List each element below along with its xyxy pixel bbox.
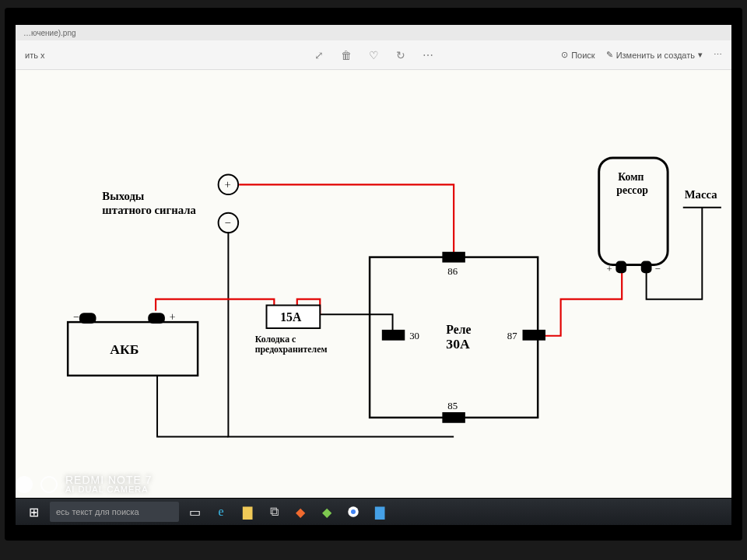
- edge-icon[interactable]: e: [210, 502, 232, 522]
- watermark-line2: AI DUAL CAMERA: [65, 485, 153, 494]
- signal-label-1: Выходы: [102, 190, 144, 202]
- delete-icon[interactable]: 🗑: [341, 49, 352, 61]
- search-button[interactable]: ⊙ Поиск: [561, 50, 594, 60]
- relay-label-1: Реле: [446, 323, 471, 336]
- chrome-icon[interactable]: [342, 502, 364, 522]
- svg-rect-4: [442, 252, 465, 263]
- viewer-toolbar: ить x ⤢ 🗑 ♡ ↻ ⋯ ⊙ Поиск ✎ Изменить и соз…: [16, 40, 731, 70]
- svg-rect-8: [615, 261, 626, 274]
- relay-label-2: 30А: [446, 336, 470, 352]
- explorer-icon[interactable]: ▇: [237, 502, 258, 522]
- pin30-label: 30: [409, 331, 419, 341]
- svg-rect-6: [382, 330, 405, 341]
- window-tabbar: …ючение).png: [16, 25, 731, 40]
- windows-taskbar: ⊞ есь текст для поиска ▭ e ▇ ⧉ ◆ ◆ ▇: [16, 499, 731, 525]
- svg-rect-1: [148, 313, 165, 324]
- store-icon[interactable]: ⧉: [263, 502, 285, 522]
- watermark-line1: REDMI NOTE 7: [65, 474, 153, 485]
- watermark-dot-icon: [16, 476, 33, 493]
- fuse-amp: 15А: [280, 310, 302, 324]
- app-icon-3[interactable]: ▇: [369, 502, 391, 522]
- pin85-label: 85: [447, 401, 458, 411]
- taskbar-search[interactable]: есь текст для поиска: [50, 502, 179, 522]
- more-icon[interactable]: ⋯: [423, 49, 433, 61]
- start-button[interactable]: ⊞: [22, 502, 45, 522]
- edit-button[interactable]: ✎ Изменить и создать ▾: [606, 50, 703, 60]
- app-icon-2[interactable]: ◆: [316, 502, 338, 522]
- signal-plus-icon: +: [224, 178, 230, 191]
- wiring-diagram: − + АКБ + − Выходы штатного сигнала 15А …: [16, 70, 731, 498]
- diagram-canvas: − + АКБ + − Выходы штатного сигнала 15А …: [16, 70, 731, 498]
- fuse-cap-2: предохранителем: [255, 345, 328, 355]
- compressor-label-1: Комп: [618, 171, 644, 183]
- svg-point-11: [351, 509, 356, 514]
- signal-label-2: штатного сигнала: [102, 204, 196, 216]
- battery-minus-label: −: [73, 311, 79, 323]
- monitor-frame: …ючение).png ить x ⤢ 🗑 ♡ ↻ ⋯ ⊙ Поиск ✎ И…: [5, 8, 742, 541]
- comp-plus-label: +: [607, 264, 612, 275]
- svg-rect-7: [523, 330, 545, 341]
- compressor-label-2: рессор: [616, 184, 648, 196]
- zoom-icon[interactable]: ⤢: [314, 49, 324, 61]
- pin86-label: 86: [447, 266, 458, 277]
- signal-minus-icon: −: [224, 216, 230, 229]
- rotate-icon[interactable]: ↻: [396, 49, 405, 61]
- overflow-button[interactable]: ⋯: [714, 50, 722, 60]
- svg-rect-0: [79, 313, 96, 324]
- task-view-icon[interactable]: ▭: [184, 502, 205, 522]
- app-icon-1[interactable]: ◆: [289, 502, 311, 522]
- battery-plus-label: +: [170, 311, 176, 323]
- heart-icon[interactable]: ♡: [369, 49, 379, 61]
- fuse-cap-1: Колодка с: [255, 334, 296, 345]
- file-tab[interactable]: …ючение).png: [23, 29, 76, 37]
- phone-watermark: REDMI NOTE 7 AI DUAL CAMERA: [16, 474, 153, 494]
- watermark-ring-icon: [40, 476, 58, 493]
- ground-label: Масса: [685, 188, 717, 201]
- battery-label: АКБ: [110, 341, 139, 357]
- svg-rect-5: [442, 412, 465, 423]
- comp-minus-label: −: [654, 264, 660, 275]
- svg-rect-9: [641, 261, 652, 274]
- pin87-label: 87: [507, 331, 517, 341]
